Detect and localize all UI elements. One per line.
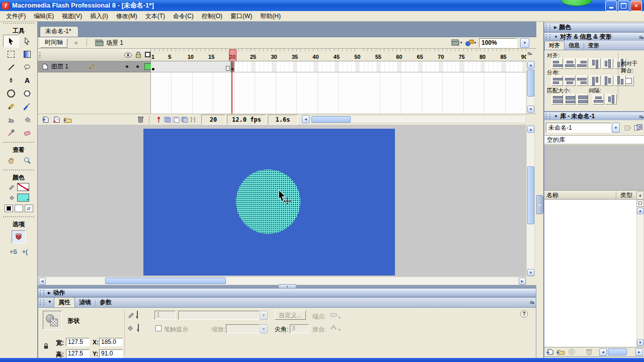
align-collapse-icon[interactable]: ▼ [554, 35, 558, 39]
space-horizontal-button[interactable] [605, 94, 617, 105]
menu-commands[interactable]: 命令(C) [169, 11, 198, 21]
stroke-style-select[interactable] [178, 311, 260, 320]
library-collapse-icon[interactable]: ▼ [554, 114, 558, 119]
edit-scene-button[interactable]: ▾ [451, 39, 462, 46]
swap-colors-button[interactable]: ⇄ [25, 205, 33, 212]
library-hscroll-thumb[interactable] [608, 348, 627, 355]
distribute-bottom-button[interactable] [577, 75, 588, 86]
distribute-hcenter-button[interactable] [602, 75, 613, 86]
straighten-option-button[interactable]: +( [22, 248, 28, 255]
show-hide-layers-icon[interactable] [124, 52, 132, 58]
outline-layers-icon[interactable] [145, 52, 150, 57]
transform-tab[interactable]: 变形 [584, 41, 603, 50]
properties-collapse-icon[interactable]: ▼ [48, 300, 52, 304]
playhead-marker[interactable] [229, 49, 236, 61]
info-tab[interactable]: 信息 [565, 41, 584, 50]
stage-scroll-down-button[interactable]: ▼ [527, 269, 534, 276]
color-gripper[interactable] [546, 25, 550, 30]
brush-tool-button[interactable] [19, 100, 35, 113]
subselection-tool-button[interactable] [19, 35, 35, 47]
library-scroll-up-button[interactable]: ▲ [637, 208, 643, 214]
library-item-list[interactable] [544, 200, 636, 347]
stage-scroll-right-button[interactable]: ► [519, 278, 526, 285]
library-trash-button[interactable] [586, 348, 592, 355]
y-input[interactable]: 91.0 [99, 349, 123, 358]
color-expand-icon[interactable]: ▶ [554, 25, 557, 30]
distribute-left-button[interactable] [589, 75, 601, 86]
center-frame-button[interactable] [154, 116, 163, 124]
library-vscrollbar[interactable]: ▲ ▼ [636, 207, 644, 347]
custom-stroke-button[interactable]: 自定义... [275, 310, 306, 320]
library-col-name[interactable]: 名称 [544, 191, 558, 200]
timeline-toggle-button[interactable]: 时间轴 [40, 38, 67, 48]
frames-empty-area[interactable] [151, 72, 526, 114]
timeline-hscrollbar[interactable] [310, 115, 526, 123]
actions-panel-header[interactable]: ▶ 动作 [38, 288, 536, 297]
stage-hscroll-thumb[interactable] [105, 278, 226, 284]
add-motion-guide-button[interactable] [52, 116, 61, 123]
playhead-line[interactable] [231, 61, 232, 114]
frames-row[interactable] [151, 61, 526, 72]
layer-lock-dot[interactable] [136, 65, 139, 68]
fill-color-swatch[interactable]: ▾ [17, 194, 29, 202]
library-document-select[interactable]: 未命名-1 [546, 123, 611, 133]
line-tool-button[interactable] [3, 61, 19, 73]
library-scroll-down-button[interactable]: ▼ [637, 339, 643, 346]
actions-gripper[interactable] [40, 290, 44, 296]
edit-symbols-button[interactable]: ▾ [465, 39, 476, 46]
rightcol-collapse-handle[interactable]: ▸ [536, 195, 543, 214]
zoom-dropdown-button[interactable]: ▼ [520, 38, 529, 48]
color-panel-header[interactable]: ▶ 颜色 [544, 23, 644, 32]
polystar-tool-button[interactable] [19, 87, 35, 100]
lock-layers-icon[interactable] [135, 51, 141, 58]
oval-tool-button[interactable] [3, 87, 19, 100]
menu-view[interactable]: 视图(V) [58, 11, 86, 21]
modify-onion-markers-button[interactable]: [·] [189, 116, 197, 124]
tools-panel-gripper[interactable] [3, 23, 34, 26]
align-top-button[interactable] [589, 58, 601, 69]
smooth-option-button[interactable]: +S [10, 248, 17, 255]
timeline-scroll-down-button[interactable]: ▼ [527, 106, 534, 113]
timeline-ruler[interactable]: 151015202530354045505560657075808590 [151, 49, 526, 61]
library-gripper[interactable] [546, 114, 550, 119]
menu-file[interactable]: 文件(F) [2, 11, 30, 21]
fill-color-control[interactable]: ▾ [138, 324, 139, 332]
no-color-button[interactable] [15, 205, 23, 212]
align-panel-menu-icon[interactable]: ≡▾ [639, 34, 643, 40]
align-gripper[interactable] [546, 34, 550, 40]
library-wide-view-button[interactable] [636, 200, 644, 207]
match-height-button[interactable] [564, 94, 576, 105]
lasso-tool-button[interactable] [19, 61, 35, 73]
document-tab[interactable]: 未命名-1* [40, 26, 78, 37]
free-transform-tool-button[interactable] [3, 48, 19, 60]
restore-button[interactable] [618, 1, 629, 11]
paint-bucket-tool-button[interactable] [19, 113, 35, 126]
stage-vscrollbar[interactable]: ▲ ▼ [526, 125, 535, 277]
insert-layer-folder-button[interactable] [63, 116, 72, 123]
match-width-button[interactable] [551, 94, 563, 105]
layer-visibility-dot[interactable] [126, 65, 128, 68]
library-hscroll-right-button[interactable]: ► [635, 348, 643, 356]
cap-dropdown-arrow[interactable]: ▾ [339, 316, 341, 320]
stroke-color-swatch[interactable]: ▾ [17, 183, 29, 191]
timeline-gripper[interactable] [39, 52, 41, 58]
actions-expand-icon[interactable]: ▶ [48, 291, 51, 295]
stage-scroll-up-button[interactable]: ▲ [527, 126, 534, 133]
align-left-button[interactable] [551, 58, 563, 69]
delete-layer-trash-button[interactable] [137, 116, 144, 123]
onion-skin-outlines-button[interactable] [172, 116, 180, 124]
stroke-hinting-checkbox[interactable] [155, 325, 162, 331]
library-col-type[interactable]: 类型 [616, 191, 636, 200]
scene-label[interactable]: 场景 1 [106, 39, 123, 47]
stage-workspace[interactable] [38, 125, 526, 277]
layer-row[interactable]: 图层 1 [38, 61, 151, 72]
timeline-hscroll-left-button[interactable]: ◄ [302, 115, 309, 123]
hand-tool-button[interactable] [3, 154, 19, 166]
miter-input[interactable]: 3 [290, 324, 309, 333]
match-both-button[interactable] [577, 94, 588, 105]
distribute-vcenter-button[interactable] [564, 75, 576, 86]
frame-rate-readout[interactable]: 12.0 fps [227, 115, 266, 125]
new-library-window-icon[interactable] [634, 124, 642, 131]
timeline-vscrollbar[interactable]: ▲ ▼ [526, 60, 535, 114]
space-vertical-button[interactable] [593, 94, 604, 105]
